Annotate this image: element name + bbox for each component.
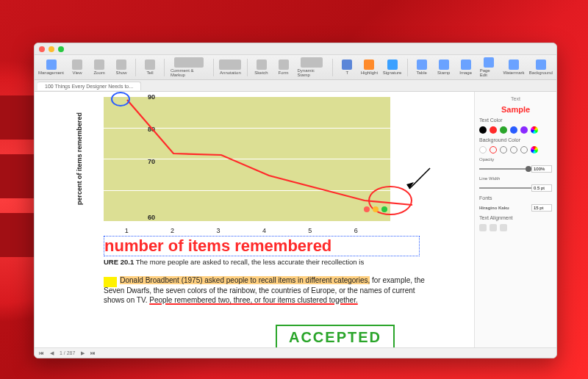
- background-button[interactable]: Background: [530, 59, 552, 75]
- ytick: 60: [148, 214, 155, 221]
- color-black[interactable]: [479, 126, 487, 134]
- headline-text[interactable]: number of items remembered: [104, 236, 420, 256]
- inspector-sidebar: Text Sample Text Color Background Color: [474, 92, 556, 347]
- color-gray[interactable]: [520, 146, 528, 154]
- titlebar: [35, 43, 556, 55]
- zoom-button[interactable]: Zoom: [91, 59, 107, 75]
- nav-prev-icon[interactable]: ◀: [50, 350, 54, 356]
- dot-icon[interactable]: [364, 206, 370, 212]
- opacity-label: Opacity: [479, 157, 494, 162]
- chart-xaxis: 1 2 3 4 5 6: [104, 224, 390, 234]
- status-bar: ⏮ ◀ 1 / 287 ▶ ⏭: [35, 347, 556, 358]
- figure-caption: URE 20.1 The more people are asked to re…: [104, 258, 427, 266]
- bg-color-swatches: [479, 146, 552, 154]
- page-edit-button[interactable]: Page Edit: [480, 57, 498, 77]
- color-none[interactable]: [479, 146, 487, 154]
- align-center-icon[interactable]: [490, 224, 497, 231]
- sample-preview: Sample: [479, 105, 552, 114]
- show-button[interactable]: Show: [113, 59, 129, 75]
- svg-line-0: [409, 168, 430, 189]
- annotation-button[interactable]: Annotation: [220, 59, 240, 75]
- highlighted-text[interactable]: Donald Broadbent (1975) asked people to …: [120, 276, 370, 284]
- document-tabbar: 100 Things Every Designer Needs to...: [35, 80, 556, 92]
- annotation-circle-blue[interactable]: [111, 92, 130, 107]
- opacity-input[interactable]: [531, 165, 552, 173]
- color-purple[interactable]: [520, 126, 528, 134]
- minimize-icon[interactable]: [49, 46, 54, 52]
- body-paragraph: Donald Broadbent (1975) asked people to …: [104, 275, 434, 306]
- color-blue[interactable]: [510, 126, 517, 134]
- text-tool-button[interactable]: T: [339, 59, 355, 75]
- image-button[interactable]: Image: [458, 59, 474, 75]
- tell-button[interactable]: Tell: [142, 59, 158, 75]
- nav-next-icon[interactable]: ▶: [81, 350, 85, 356]
- dynamic-stamp-button[interactable]: Dynamic Stamp: [298, 57, 327, 77]
- toolbar: Management View Zoom Show Tell Comment &…: [35, 55, 556, 80]
- alignment-label: Text Alignment: [479, 215, 552, 220]
- floating-annotation-dots: [364, 206, 387, 212]
- opacity-slider[interactable]: [479, 168, 531, 170]
- line-width-slider[interactable]: [479, 187, 531, 189]
- underlined-text[interactable]: People remembered two, three, or four it…: [149, 296, 357, 304]
- document-tab[interactable]: 100 Things Every Designer Needs to...: [37, 82, 141, 90]
- text-color-label: Text Color: [479, 118, 552, 123]
- table-button[interactable]: Table: [414, 59, 430, 75]
- align-left-icon[interactable]: [479, 224, 487, 231]
- maximize-icon[interactable]: [58, 46, 64, 52]
- font-label: Fonts: [479, 195, 552, 201]
- comment-markup-button[interactable]: Comment & Markup: [171, 57, 207, 77]
- ytick: 80: [148, 126, 155, 133]
- management-button[interactable]: Management: [39, 59, 63, 75]
- color-gray[interactable]: [510, 146, 517, 154]
- document-canvas[interactable]: percent of items remembered 90 80 70 60 …: [35, 92, 474, 347]
- color-green[interactable]: [500, 126, 507, 134]
- color-picker-icon[interactable]: [531, 126, 538, 134]
- ytick: 70: [148, 158, 155, 165]
- page-indicator[interactable]: 1 / 287: [60, 350, 75, 355]
- nav-first-icon[interactable]: ⏮: [39, 350, 44, 355]
- dot-icon[interactable]: [373, 206, 379, 212]
- view-button[interactable]: View: [69, 59, 85, 75]
- watermark-button[interactable]: Watermark: [503, 59, 524, 75]
- dot-icon[interactable]: [381, 206, 387, 212]
- accepted-stamp[interactable]: ACCEPTED: [276, 325, 395, 347]
- alignment-buttons: [479, 224, 552, 231]
- color-red[interactable]: [490, 126, 497, 134]
- font-select[interactable]: Hiragino Kaku: [479, 206, 509, 210]
- inspector-title: Text: [479, 96, 552, 101]
- form-button[interactable]: Form: [276, 59, 292, 75]
- chart-plot-area: [104, 96, 390, 221]
- close-icon[interactable]: [39, 46, 45, 52]
- color-gray[interactable]: [500, 146, 507, 154]
- annotation-arrow[interactable]: [404, 167, 433, 196]
- highlight-button[interactable]: Highlight: [361, 59, 377, 75]
- align-right-icon[interactable]: [500, 224, 507, 231]
- stamp-button[interactable]: Stamp: [436, 59, 452, 75]
- line-width-label: Line Width: [479, 176, 500, 181]
- color-picker-icon[interactable]: [531, 146, 538, 154]
- sketch-button[interactable]: Sketch: [254, 59, 270, 75]
- signature-button[interactable]: Signature: [383, 59, 401, 75]
- nav-last-icon[interactable]: ⏭: [90, 350, 96, 355]
- color-red-outline[interactable]: [490, 146, 497, 154]
- font-size-input[interactable]: [531, 204, 552, 212]
- ytick: 90: [148, 93, 155, 101]
- line-width-input[interactable]: [531, 184, 552, 192]
- app-window: Management View Zoom Show Tell Comment &…: [34, 43, 557, 358]
- text-color-swatches: [479, 126, 552, 134]
- chart-ylabel: percent of items remembered: [76, 96, 86, 221]
- bg-color-label: Background Color: [479, 137, 552, 142]
